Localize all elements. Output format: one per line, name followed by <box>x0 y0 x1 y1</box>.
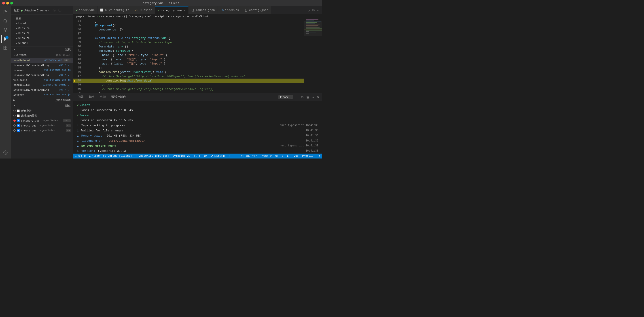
watch-header[interactable]: ▾ 监视 <box>11 47 73 52</box>
status-errors[interactable]: ⚠ 0 ⊗ 0 <box>73 154 88 159</box>
close-category-tab-button[interactable]: ✕ <box>183 9 186 12</box>
code-51[interactable]: } <box>84 91 304 93</box>
code-37[interactable]: }) <box>84 32 304 36</box>
status-eol[interactable]: LF <box>285 154 292 158</box>
global-item[interactable]: ▶ Global <box>11 41 73 46</box>
code-35[interactable]: @Component({ <box>84 23 304 28</box>
callstack-item-4[interactable]: Vue.$emit vue.runtime.esm.js <box>11 78 73 82</box>
editor-minimap-container: 34 } 35 @Component({ 36 components: {} <box>73 19 322 93</box>
tab-axios[interactable]: JS :: axios <box>132 6 155 14</box>
breakpoints-header[interactable]: ▾ 断点 <box>11 103 73 108</box>
status-position[interactable]: 行 48, 列 1 <box>240 154 260 158</box>
close-button[interactable] <box>2 2 5 5</box>
bc-handlesubmit[interactable]: ◈ handleSubmit <box>188 15 210 18</box>
status-attach[interactable]: ▶ Attach to Chrome (client) <box>88 154 134 159</box>
code-40[interactable]: form_data: any={} <box>84 45 304 49</box>
status-formatter[interactable]: Prettier <box>300 154 317 158</box>
run-icon[interactable]: 1 <box>1 35 10 43</box>
callstack-item-5[interactable]: handleClick element-ui.commo... <box>11 82 73 87</box>
bp-uncaught-exceptions[interactable]: 未捕获的异常 <box>11 113 73 118</box>
bc-index[interactable]: index <box>88 15 96 18</box>
tab-launch-json[interactable]: {} launch.json <box>188 6 218 14</box>
status-ts-importer[interactable]: [TypeScript Importer]: Symbols: 29 <box>134 154 192 159</box>
code-48[interactable]: console.log(this.form_data) <box>84 79 304 83</box>
status-tsconfig[interactable]: {..}: 10 <box>192 154 209 159</box>
bp-create-vue-1[interactable]: create.vue pages/index 17 <box>11 123 73 128</box>
files-icon[interactable] <box>1 8 10 16</box>
code-39[interactable]: // param: string = this.$route.params.ty… <box>84 40 304 45</box>
bp-checkbox-2[interactable] <box>17 114 20 117</box>
code-34[interactable]: } <box>84 19 304 23</box>
panel-up-button[interactable]: ∧ <box>311 95 315 100</box>
code-42[interactable]: name: { label: "姓名", type: "input" }, <box>84 53 304 57</box>
tab-nuxt-config[interactable]: ⬜ nuxt.config.ts <box>98 6 132 14</box>
bc-template-block[interactable]: {} "category.vue" <box>124 15 151 18</box>
code-43[interactable]: sex: { label: "性别", type: "input" }, <box>84 57 304 62</box>
add-config-button[interactable] <box>58 8 62 13</box>
tab-terminal[interactable]: 终端 <box>98 93 109 101</box>
tab-category-vue[interactable]: ✓ category.vue ✕ <box>155 6 188 14</box>
code-41[interactable]: formDesc: FormDesc = { <box>84 49 304 53</box>
bc-script[interactable]: script <box>155 15 164 18</box>
code-36[interactable]: components: {} <box>84 28 304 32</box>
tab-index-ts[interactable]: TS index.ts <box>218 6 242 14</box>
code-47[interactable]: // this.$axios.get('http://localhost:400… <box>84 74 304 79</box>
source-control-icon[interactable] <box>1 26 10 34</box>
status-spaces[interactable]: 空格: 2 <box>260 154 274 158</box>
closure-item-1[interactable]: ▶ Closure <box>11 26 73 31</box>
tab-debug-console[interactable]: 调试控制台 <box>109 93 128 101</box>
split-editor-button[interactable]: ⧉ <box>312 8 315 13</box>
editor-area[interactable]: 34 } 35 @Component({ 36 components: {} <box>73 19 304 93</box>
loaded-scripts-header[interactable]: ▶ 已载入的脚本 <box>11 97 73 103</box>
tab-config-json[interactable]: {} config.json <box>242 6 271 14</box>
tab-index-vue[interactable]: ✓ index.vue <box>73 6 98 14</box>
local-item[interactable]: ▶ Local <box>11 21 73 26</box>
maximize-button[interactable] <box>10 2 13 5</box>
tab-problems[interactable]: 问题 <box>75 93 86 101</box>
bp-create-vue-2[interactable]: create.vue pages/index 25 <box>11 128 73 133</box>
callstack-item-7[interactable]: invoker vue.runtime.esm.js <box>11 92 73 97</box>
more-actions-button[interactable]: ··· <box>316 8 320 13</box>
extensions-icon[interactable] <box>1 44 10 52</box>
callstack-item-6[interactable]: invokeWithErrorHandling vue.r... <box>11 87 73 92</box>
closure-item-2[interactable]: ▶ Closure <box>11 31 73 36</box>
bp-checkbox-1[interactable] <box>17 110 20 112</box>
callstack-item-1[interactable]: invokeWithErrorHandling vue.r... <box>11 63 73 68</box>
new-terminal-button[interactable]: ＋ <box>295 95 299 100</box>
tab-output[interactable]: 输出 <box>86 93 98 101</box>
code-44[interactable]: age: { label: "年龄", type: "input" } <box>84 62 304 66</box>
bc-category-class[interactable]: ◈ category <box>168 15 184 18</box>
code-46[interactable]: handleSubmit(event: MouseEvent): void { <box>84 70 304 74</box>
code-45[interactable]: }; <box>84 66 304 70</box>
status-encoding[interactable]: UTF-8 <box>274 154 285 158</box>
closure-item-3[interactable]: ▶ Closure <box>11 36 73 41</box>
status-autoattach[interactable]: ⎇ 自动附加: 开 <box>208 154 232 159</box>
status-feedback[interactable]: ⚙ <box>317 154 322 158</box>
callstack-item-0[interactable]: handleSubmit category.vue 48:1 <box>11 58 73 63</box>
code-38[interactable]: export default class category extends Vu… <box>84 36 304 40</box>
code-49[interactable]: // }) <box>84 83 304 87</box>
code-50[interactable]: // this.$axios.get('/api/h').then().catc… <box>84 87 304 91</box>
bp-all-exceptions[interactable]: 所有异常 <box>11 108 73 113</box>
kill-terminal-button[interactable]: 🗑 <box>306 95 310 100</box>
search-icon[interactable] <box>1 17 10 25</box>
bp-checkbox-5[interactable] <box>17 129 20 132</box>
terminal-select[interactable]: 1: node <box>278 95 294 99</box>
bp-category-vue[interactable]: category.vue pages/index 48:1 <box>11 118 73 123</box>
variables-header[interactable]: ▾ 变量 <box>11 16 73 21</box>
callstack-header[interactable]: ▾ 调用堆栈 暂停于断点处 <box>11 52 73 58</box>
debug-settings-button[interactable] <box>52 8 56 13</box>
bc-category-file[interactable]: ✓ category.vue <box>99 15 120 18</box>
run-without-debug-button[interactable]: ▷ <box>307 8 311 13</box>
status-language[interactable]: Vue <box>292 154 300 158</box>
split-terminal-button[interactable]: ⧉ <box>300 95 304 100</box>
bp-checkbox-3[interactable] <box>17 119 20 122</box>
bp-checkbox-4[interactable] <box>17 124 20 127</box>
minimize-button[interactable] <box>6 2 9 5</box>
panel-close-button[interactable]: ✕ <box>316 95 320 100</box>
callstack-item-3[interactable]: invokeWithErrorHandling vue.r... <box>11 73 73 78</box>
bc-pages[interactable]: pages <box>76 15 84 18</box>
run-button[interactable]: 运行 ▶ Attach to Chrome ▾ <box>12 8 51 14</box>
callstack-item-2[interactable]: invoker vue.runtime.esm.js <box>11 68 73 73</box>
settings-icon[interactable] <box>1 149 10 157</box>
